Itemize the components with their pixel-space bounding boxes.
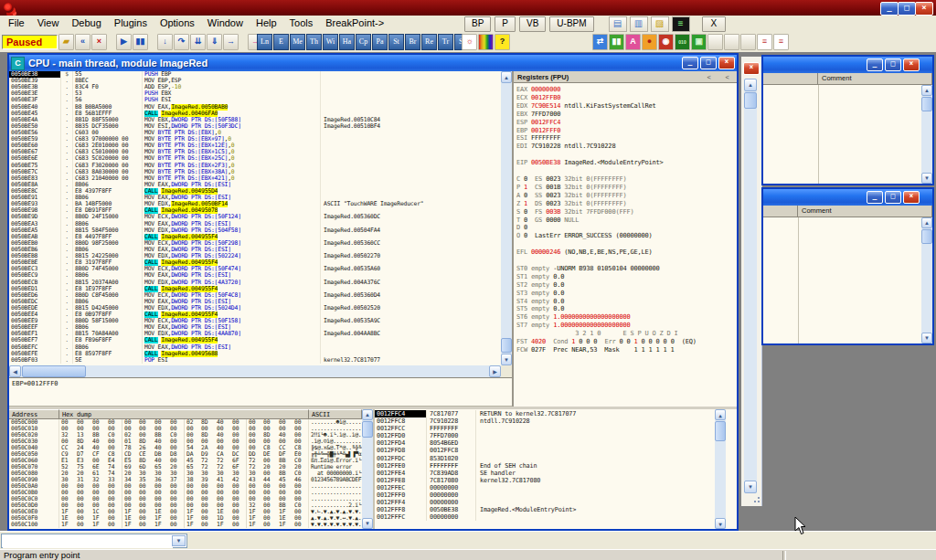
disasm-row[interactable]: 0050BE75.C683 F3020000 00MOV BYTE PTR DS…	[9, 163, 501, 169]
side-bottom-vscrollbar[interactable]: ▲ ▼	[921, 217, 932, 343]
register-line[interactable]	[516, 257, 737, 265]
pane-button-st[interactable]: St	[388, 34, 404, 50]
stack-row[interactable]: 0012FFC47C817077RETURN to kernel32.7C817…	[375, 410, 714, 417]
dump-row[interactable]: 0050C1001F001F001F001F001F001F001F001F00…	[9, 522, 362, 528]
disasm-row[interactable]: 0050BE8A.8B06MOV EAX,DWORD PTR DS:[ESI]	[9, 182, 501, 188]
menu-options[interactable]: Options	[154, 16, 201, 33]
register-line[interactable]: ECX 0012FFB0	[516, 94, 737, 102]
dump-row[interactable]: 0050C050C9D7CFC8CDCEDBD8DAD9CADCDDDEDFE0…	[9, 451, 362, 458]
side-window-top-titlebar[interactable]: _ □ ×	[763, 57, 932, 73]
stack-row[interactable]: 0012FFE0FFFFFFFFEnd of SEH chain	[375, 462, 714, 470]
disasm-row[interactable]: 0050BEE4.E8 0B97F8FFCALL ImageRed.004955…	[9, 312, 501, 318]
register-line[interactable]: FST 4020 Cond 1 0 0 0 Err 0 0 1 0 0 0 0 …	[516, 338, 737, 346]
stack-row[interactable]: 0012FFF400000000	[375, 499, 714, 506]
disasm-row[interactable]: 0050BEB0.8B0D 98F25000MOV ECX,DWORD PTR …	[9, 240, 501, 247]
stack-row[interactable]: 0012FFF000000000	[375, 491, 714, 499]
plugin-button-ubpm[interactable]: U-BPM	[549, 16, 593, 32]
disasm-row[interactable]: 0050BEF7.E8 F896F8FFCALL ImageRed.004955…	[9, 337, 501, 343]
disasm-row[interactable]: 0050BE98.E8 DB91F8FFCALL ImageRed.004950…	[9, 207, 501, 214]
register-line[interactable]: ST0 empty -UNORM B938 01050104 00000000	[516, 265, 737, 273]
disasm-row[interactable]: 0050BE56.C603 00MOV BYTE PTR DS:[EBX],0	[9, 130, 501, 136]
restart-icon[interactable]: «	[75, 34, 90, 50]
side-top-content[interactable]	[763, 85, 921, 184]
binary-010-icon[interactable]: 010	[675, 34, 690, 50]
plugin-button-bp[interactable]: BP	[464, 16, 491, 32]
open-folder-icon[interactable]: ▨	[651, 16, 669, 32]
disasm-row[interactable]: 0050BE9D.8B0D 24F15000MOV ECX,DWORD PTR …	[9, 214, 501, 220]
disasm-row[interactable]: 0050BEA5.8B15 584F5000MOV EDX,DWORD PTR …	[9, 227, 501, 234]
menu-breakpoint[interactable]: BreakPoint->	[319, 16, 390, 33]
dump-row[interactable]: 0050C030008D4000018D40000000000000000000…	[9, 438, 362, 445]
stack-row[interactable]: 0012FFD80012FFC8	[375, 447, 714, 454]
menu-view[interactable]: View	[31, 16, 66, 33]
step-over-icon[interactable]: ↷	[174, 34, 189, 50]
disasm-row[interactable]: 0050BEE9.8B0D 58F15000MOV ECX,DWORD PTR …	[9, 318, 501, 324]
record-icon[interactable]: ●	[642, 34, 657, 50]
pane-button-re[interactable]: Re	[421, 34, 437, 50]
background-window-sliver[interactable]: × ▲ ▼	[741, 57, 762, 506]
frame-window-icon[interactable]: ▣	[691, 34, 707, 50]
disasm-row[interactable]: 0050BE60.C683 2E010000 00MOV BYTE PTR DS…	[9, 143, 501, 149]
animate-over-icon[interactable]: ⇓	[207, 34, 222, 50]
register-line[interactable]: EBP 0012FFF0	[516, 127, 737, 135]
disasm-row[interactable]: 0050BEF1.8B15 70A84A00MOV EDX,DWORD PTR …	[9, 331, 501, 337]
stack-row[interactable]: 0012FFDC853D1020	[375, 455, 714, 462]
disasm-row[interactable]: 0050BE3E.53PUSH EBX	[9, 90, 501, 97]
disasm-row[interactable]: 0050BEC3.8B0D 74F45000MOV ECX,DWORD PTR …	[9, 266, 501, 272]
menu-window[interactable]: Window	[201, 16, 250, 33]
disasm-vscrollbar[interactable]: ▲ ▼	[501, 71, 512, 365]
stack-row[interactable]: 0012FFD48054B6ED	[375, 439, 714, 447]
pause-icon[interactable]: ▮▮	[133, 34, 148, 50]
minimize-button[interactable]: _	[880, 2, 899, 16]
side-top-close-button[interactable]: ×	[903, 58, 920, 71]
side-window-bottom-titlebar[interactable]: _ □ ×	[763, 189, 932, 206]
sliver-vscrollbar[interactable]: ▲ ▼	[744, 79, 757, 493]
disasm-row[interactable]: 0050BE83.C683 21040000 00MOV BYTE PTR DS…	[9, 175, 501, 182]
dump-row[interactable]: 0050C060E1E300E4E58D40004572726F72008BC0…	[9, 458, 362, 464]
dump-row[interactable]: 0050C07052756E74696D65206572726F72202020…	[9, 464, 362, 470]
blank-button[interactable]	[707, 34, 723, 50]
command-input[interactable]	[3, 535, 173, 548]
disasm-row[interactable]: 0050BEC9.8B06MOV EAX,DWORD PTR DS:[ESI]	[9, 272, 501, 279]
register-line[interactable]: EIP 0050BE38 ImageRed.<ModuleEntryPoint>	[516, 159, 737, 167]
dump-row[interactable]: 0050C0B000000000000000000000000000000000…	[9, 490, 362, 496]
register-line[interactable]: P 1 CS 001B 32bit 0(FFFFFFFF)	[516, 184, 737, 192]
dump-row[interactable]: 0050C0D000000000000000000000000032008BC0…	[9, 502, 362, 509]
disasm-row[interactable]: 0050BEDC.8B06MOV EAX,DWORD PTR DS:[ESI]	[9, 299, 501, 305]
side-top-maximize-button[interactable]: □	[885, 58, 901, 71]
dump-header-hex[interactable]: Hex dump	[59, 409, 309, 419]
dump-row[interactable]: 0050C040CC24400078264000542A400000C8CCC8…	[9, 445, 362, 451]
side-bottom-content[interactable]	[763, 217, 921, 343]
dump-row[interactable]: 0050C0C000000000000000000000000000000000…	[9, 496, 362, 502]
disasm-row[interactable]: 0050BEA3.8B06MOV EAX,DWORD PTR DS:[ESI]	[9, 221, 501, 227]
appearance-rainbow-icon[interactable]	[478, 34, 494, 50]
register-line[interactable]	[516, 167, 737, 175]
run-icon[interactable]: ▶	[116, 34, 132, 50]
dump-pane[interactable]: Address Hex dump ASCII 0050C000000000000…	[9, 409, 362, 529]
disasm-row[interactable]: 0050BE6E.C683 5C020000 00MOV BYTE PTR DS…	[9, 155, 501, 162]
pane-button-tr[interactable]: Tr	[438, 34, 453, 50]
pane-button-ha[interactable]: Ha	[339, 34, 355, 50]
disasm-row[interactable]: 0050BEEF.8B06MOV EAX,DWORD PTR DS:[ESI]	[9, 324, 501, 331]
list-view-icon[interactable]: ≡	[773, 34, 789, 50]
spiral-icon[interactable]: ◉	[658, 34, 674, 50]
plugin-a-icon[interactable]: A	[625, 34, 641, 50]
register-line[interactable]: ESI FFFFFFFF	[516, 134, 737, 143]
log-page-icon[interactable]: ▤	[609, 16, 627, 32]
disasm-row[interactable]: 0050BE39.8BECMOV EBP,ESP	[9, 78, 501, 84]
combo-dropdown-button[interactable]: ▼	[172, 535, 186, 546]
disasm-row[interactable]: 0050BE59.C683 97000000 00MOV BYTE PTR DS…	[9, 136, 501, 143]
plugin-button-p[interactable]: P	[495, 16, 516, 32]
register-line[interactable]: ESP 0012FFC4	[516, 119, 737, 127]
register-line[interactable]: EBX 7FFD7000	[516, 111, 737, 119]
pane-button-ln[interactable]: Ln	[257, 34, 272, 50]
register-line[interactable]: ST3 empty 0.0	[516, 290, 737, 298]
register-line[interactable]: C 0 ES 0023 32bit 0(FFFFFFFF)	[516, 175, 737, 184]
register-line[interactable]: ST1 empty 0.0	[516, 273, 737, 281]
stack-vscrollbar[interactable]: ▲ ▼	[715, 409, 726, 529]
menu-debug[interactable]: Debug	[65, 16, 107, 33]
registers-collapse-icon[interactable]: <	[707, 73, 711, 81]
menu-plugins[interactable]: Plugins	[108, 16, 154, 33]
cpu-titlebar[interactable]: C CPU - main thread, module ImageRed _ □…	[9, 55, 737, 71]
side-bottom-minimize-button[interactable]: _	[867, 191, 883, 204]
